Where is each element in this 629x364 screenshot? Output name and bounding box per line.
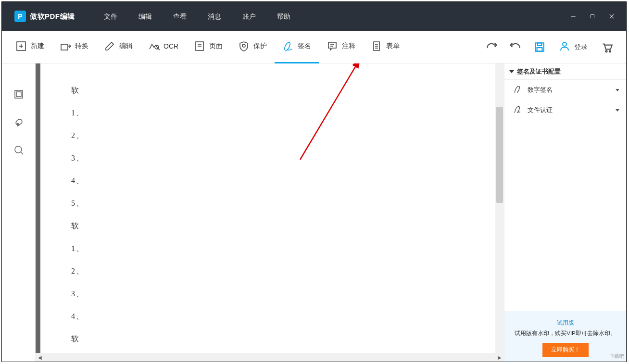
cart-button[interactable] [598, 38, 616, 56]
vertical-scroll-thumb[interactable] [496, 107, 503, 203]
page-label: 页面 [209, 42, 223, 50]
trial-title: 试用版 [509, 319, 621, 327]
doc-line: 3、 [71, 289, 462, 299]
shield-icon [238, 40, 250, 52]
doc-line: 3、 [71, 153, 462, 163]
digital-signature-item[interactable]: 数字签名 [504, 80, 626, 100]
scroll-left-icon[interactable]: ◀ [36, 353, 44, 362]
svg-point-28 [15, 146, 22, 153]
document-area: 软 1、 2、 3、 4、 5、 软 1、 2、 3、 4、 软 使 [36, 63, 504, 353]
menu-message[interactable]: 消息 [197, 2, 232, 31]
logo-block: P 傲软PDF编辑 [2, 11, 82, 22]
convert-icon [60, 40, 71, 52]
left-rail [2, 63, 36, 362]
svg-rect-7 [61, 44, 68, 50]
redo-button[interactable] [483, 38, 500, 56]
minimize-button[interactable] [564, 7, 583, 26]
comment-button[interactable]: 注释 [319, 31, 363, 63]
thumbnails-button[interactable] [12, 88, 25, 101]
search-button[interactable] [12, 143, 25, 157]
ocr-label: OCR [164, 42, 178, 50]
certificate-icon [513, 105, 523, 116]
app-logo-icon: P [14, 11, 26, 22]
toolbar: 新建 转换 编辑 OCR 页面 保护 签名 注释 [2, 31, 626, 63]
file-auth-item[interactable]: 文件认证 [504, 100, 626, 120]
caret-down-icon [509, 70, 514, 73]
doc-line: 1、 [71, 244, 462, 254]
doc-line: 软 [71, 86, 462, 96]
ocr-icon [148, 40, 160, 52]
convert-label: 转换 [75, 42, 88, 50]
menu-view[interactable]: 查看 [163, 2, 197, 31]
doc-line: 4、 [71, 312, 462, 322]
edit-button[interactable]: 编辑 [96, 31, 140, 63]
pencil-icon [104, 40, 115, 52]
toolbar-right: 登录 [483, 38, 620, 56]
sign-button[interactable]: 签名 [275, 31, 319, 63]
panel-header[interactable]: 签名及证书配置 [504, 63, 626, 80]
digital-sign-label: 数字签名 [528, 86, 553, 94]
bookmarks-button[interactable] [12, 115, 25, 129]
svg-rect-21 [537, 48, 542, 51]
title-bar: P 傲软PDF编辑 文件 编辑 查看 消息 账户 帮助 [2, 2, 626, 31]
menu-account[interactable]: 账户 [232, 2, 266, 31]
doc-line: 2、 [71, 266, 462, 276]
page-icon [194, 40, 205, 52]
window-controls [564, 7, 626, 26]
doc-gutter [36, 63, 40, 353]
trial-text: 试用版有水印，购买VIP即可去除水印。 [509, 330, 621, 337]
plus-icon [15, 40, 27, 52]
scroll-right-icon[interactable]: ▶ [495, 353, 504, 362]
app-window: P 傲软PDF编辑 文件 编辑 查看 消息 账户 帮助 新建 转换 编辑 [1, 1, 627, 362]
user-icon [559, 40, 570, 53]
signature-icon [282, 40, 294, 52]
source-watermark: 下载吧 [610, 353, 624, 360]
doc-line: 1、 [71, 108, 462, 118]
protect-label: 保护 [253, 42, 267, 50]
undo-button[interactable] [507, 38, 524, 56]
main-menu: 文件 编辑 查看 消息 账户 帮助 [93, 2, 301, 31]
doc-line: 软 [71, 221, 462, 231]
maximize-button[interactable] [583, 7, 602, 26]
form-button[interactable]: 表单 [363, 31, 407, 63]
save-button[interactable] [531, 38, 548, 56]
trial-box: 试用版 试用版有水印，购买VIP即可去除水印。 立即购买！ 下载吧 [504, 311, 626, 362]
body: 软 1、 2、 3、 4、 5、 软 1、 2、 3、 4、 软 使 [2, 63, 626, 362]
page-button[interactable]: 页面 [186, 31, 230, 63]
horizontal-scrollbar[interactable]: ◀ ▶ [36, 353, 504, 362]
doc-line: 5、 [71, 199, 462, 209]
protect-button[interactable]: 保护 [230, 31, 275, 63]
menu-help[interactable]: 帮助 [266, 2, 301, 31]
login-button[interactable]: 登录 [555, 38, 591, 56]
form-icon [371, 40, 382, 52]
new-label: 新建 [31, 42, 44, 50]
doc-column: 软 1、 2、 3、 4、 5、 软 1、 2、 3、 4、 软 使 [36, 63, 504, 362]
svg-rect-26 [16, 92, 21, 97]
document-canvas[interactable]: 软 1、 2、 3、 4、 5、 软 1、 2、 3、 4、 软 使 [40, 63, 495, 353]
svg-line-9 [158, 49, 160, 50]
file-auth-label: 文件认证 [528, 106, 553, 114]
svg-rect-20 [538, 43, 542, 45]
ocr-button[interactable]: OCR [140, 31, 186, 63]
doc-line: 2、 [71, 131, 462, 141]
sign-label: 签名 [298, 42, 311, 50]
comment-label: 注释 [342, 42, 355, 50]
svg-point-22 [563, 42, 566, 46]
document-page: 软 1、 2、 3、 4、 5、 软 1、 2、 3、 4、 软 使 [40, 63, 492, 353]
form-label: 表单 [386, 42, 400, 50]
convert-button[interactable]: 转换 [52, 31, 96, 63]
menu-edit[interactable]: 编辑 [128, 2, 163, 31]
svg-line-29 [21, 152, 23, 154]
chevron-down-icon [616, 89, 619, 91]
svg-rect-1 [591, 15, 594, 18]
menu-file[interactable]: 文件 [93, 2, 128, 31]
buy-now-button[interactable]: 立即购买！ [542, 343, 589, 357]
right-panel: 签名及证书配置 数字签名 文件认证 试用版 试用版有水印，购买VIP即可去除水印… [504, 63, 626, 362]
new-button[interactable]: 新建 [8, 31, 52, 63]
horizontal-scroll-track[interactable] [44, 354, 495, 361]
chevron-down-icon [616, 109, 619, 112]
signature-icon [513, 85, 523, 96]
panel-title: 签名及证书配置 [517, 67, 561, 76]
close-button[interactable] [602, 7, 621, 26]
vertical-scrollbar[interactable] [495, 63, 504, 353]
